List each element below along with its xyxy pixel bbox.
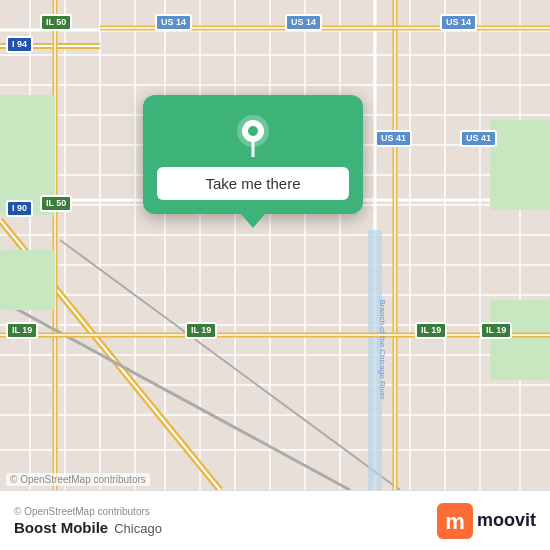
- svg-rect-44: [490, 120, 550, 210]
- route-badge-i94: I 94: [6, 36, 33, 53]
- svg-point-55: [248, 126, 258, 136]
- svg-rect-0: [0, 0, 550, 490]
- route-badge-il19-3: IL 19: [415, 322, 447, 339]
- location-pin-icon: [231, 113, 275, 157]
- svg-text:m: m: [445, 509, 465, 534]
- bottom-left-info: © OpenStreetMap contributors Boost Mobil…: [14, 506, 162, 536]
- moovit-logo: m moovit: [437, 503, 536, 539]
- map-attribution: © OpenStreetMap contributors: [6, 473, 150, 486]
- moovit-label: moovit: [477, 510, 536, 531]
- place-city: Chicago: [114, 521, 162, 536]
- route-badge-i90: I 90: [6, 200, 33, 217]
- svg-rect-43: [0, 250, 55, 310]
- route-badge-il50-mid: IL 50: [40, 195, 72, 212]
- route-badge-us14-3: US 14: [440, 14, 477, 31]
- svg-rect-45: [490, 300, 550, 380]
- route-badge-us14-2: US 14: [285, 14, 322, 31]
- route-badge-us41-2: US 41: [460, 130, 497, 147]
- route-badge-us14-1: US 14: [155, 14, 192, 31]
- moovit-icon: m: [437, 503, 473, 539]
- route-badge-il50-top: IL 50: [40, 14, 72, 31]
- place-name: Boost Mobile: [14, 519, 108, 536]
- map-container: I 94 I 90 IL 50 IL 50 US 14 US 14 US 14 …: [0, 0, 550, 490]
- attribution-text: © OpenStreetMap contributors: [14, 506, 162, 517]
- bottom-bar: © OpenStreetMap contributors Boost Mobil…: [0, 490, 550, 550]
- river-label: Branch of the Chicago River: [378, 300, 387, 400]
- route-badge-il19-2: IL 19: [185, 322, 217, 339]
- route-badge-il19-1: IL 19: [6, 322, 38, 339]
- take-me-there-button[interactable]: Take me there: [157, 167, 349, 200]
- popup-card: Take me there: [143, 95, 363, 214]
- map-svg: [0, 0, 550, 490]
- route-badge-il19-4: IL 19: [480, 322, 512, 339]
- route-badge-us41-1: US 41: [375, 130, 412, 147]
